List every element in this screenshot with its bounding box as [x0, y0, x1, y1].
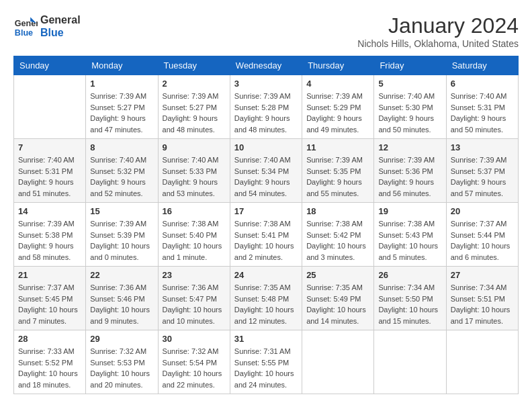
day-number: 3: [234, 79, 298, 89]
calendar-cell: 11Sunrise: 7:39 AMSunset: 5:35 PMDayligh…: [302, 139, 374, 203]
day-number: 8: [90, 142, 153, 152]
day-number: 7: [18, 142, 81, 152]
day-info: Sunrise: 7:35 AMSunset: 5:48 PMDaylight:…: [234, 282, 298, 326]
page-header: General Blue General Blue January 2024 N…: [13, 13, 519, 49]
day-info: Sunrise: 7:40 AMSunset: 5:32 PMDaylight:…: [90, 154, 153, 199]
day-number: 18: [306, 206, 369, 216]
calendar-cell: 16Sunrise: 7:38 AMSunset: 5:40 PMDayligh…: [158, 203, 230, 267]
logo: General Blue General Blue: [13, 13, 81, 39]
day-number: 19: [378, 206, 441, 216]
day-number: 30: [163, 334, 226, 344]
day-info: Sunrise: 7:40 AMSunset: 5:33 PMDaylight:…: [163, 154, 226, 199]
calendar-cell: 28Sunrise: 7:33 AMSunset: 5:52 PMDayligh…: [14, 330, 86, 394]
calendar-cell: 12Sunrise: 7:39 AMSunset: 5:36 PMDayligh…: [374, 139, 446, 203]
day-info: Sunrise: 7:39 AMSunset: 5:36 PMDaylight:…: [378, 154, 441, 199]
calendar-cell: 18Sunrise: 7:38 AMSunset: 5:42 PMDayligh…: [302, 203, 374, 267]
day-info: Sunrise: 7:40 AMSunset: 5:34 PMDaylight:…: [234, 154, 298, 199]
calendar-week-row: 14Sunrise: 7:39 AMSunset: 5:38 PMDayligh…: [14, 203, 519, 267]
day-number: 22: [90, 270, 153, 280]
day-number: 15: [90, 206, 153, 216]
calendar-cell: 26Sunrise: 7:34 AMSunset: 5:50 PMDayligh…: [374, 267, 446, 330]
weekday-header-friday: Friday: [374, 56, 446, 75]
day-info: Sunrise: 7:40 AMSunset: 5:31 PMDaylight:…: [18, 154, 81, 199]
calendar-cell: 23Sunrise: 7:36 AMSunset: 5:47 PMDayligh…: [158, 267, 230, 330]
calendar-cell: 19Sunrise: 7:38 AMSunset: 5:43 PMDayligh…: [374, 203, 446, 267]
calendar-cell: 22Sunrise: 7:36 AMSunset: 5:46 PMDayligh…: [86, 267, 158, 330]
weekday-header-sunday: Sunday: [14, 56, 86, 75]
day-info: Sunrise: 7:39 AMSunset: 5:37 PMDaylight:…: [451, 154, 514, 199]
month-title: January 2024: [357, 13, 519, 38]
weekday-header-wednesday: Wednesday: [230, 56, 302, 75]
weekday-header-thursday: Thursday: [302, 56, 374, 75]
calendar-cell: 31Sunrise: 7:31 AMSunset: 5:55 PMDayligh…: [230, 330, 302, 394]
calendar-table: SundayMondayTuesdayWednesdayThursdayFrid…: [13, 56, 519, 394]
day-info: Sunrise: 7:37 AMSunset: 5:44 PMDaylight:…: [451, 218, 514, 263]
calendar-cell: 29Sunrise: 7:32 AMSunset: 5:53 PMDayligh…: [86, 330, 158, 394]
day-info: Sunrise: 7:31 AMSunset: 5:55 PMDaylight:…: [234, 346, 298, 390]
day-info: Sunrise: 7:39 AMSunset: 5:28 PMDaylight:…: [234, 91, 298, 135]
calendar-cell: 13Sunrise: 7:39 AMSunset: 5:37 PMDayligh…: [446, 139, 518, 203]
svg-text:General: General: [15, 19, 38, 28]
day-info: Sunrise: 7:38 AMSunset: 5:43 PMDaylight:…: [378, 218, 441, 263]
weekday-header-row: SundayMondayTuesdayWednesdayThursdayFrid…: [14, 56, 519, 75]
day-number: 25: [306, 270, 369, 280]
calendar-cell: 21Sunrise: 7:37 AMSunset: 5:45 PMDayligh…: [14, 267, 86, 330]
calendar-cell: 20Sunrise: 7:37 AMSunset: 5:44 PMDayligh…: [446, 203, 518, 267]
logo-text-general: General: [40, 13, 81, 26]
calendar-cell: [14, 75, 86, 139]
day-number: 16: [163, 206, 226, 216]
day-info: Sunrise: 7:40 AMSunset: 5:31 PMDaylight:…: [451, 91, 514, 135]
calendar-cell: 27Sunrise: 7:34 AMSunset: 5:51 PMDayligh…: [446, 267, 518, 330]
day-info: Sunrise: 7:34 AMSunset: 5:51 PMDaylight:…: [451, 282, 514, 326]
day-info: Sunrise: 7:38 AMSunset: 5:42 PMDaylight:…: [306, 218, 369, 263]
day-info: Sunrise: 7:36 AMSunset: 5:47 PMDaylight:…: [163, 282, 226, 326]
day-number: 28: [18, 334, 81, 344]
calendar-cell: 3Sunrise: 7:39 AMSunset: 5:28 PMDaylight…: [230, 75, 302, 139]
day-info: Sunrise: 7:36 AMSunset: 5:46 PMDaylight:…: [90, 282, 153, 326]
day-number: 9: [163, 142, 226, 152]
day-info: Sunrise: 7:33 AMSunset: 5:52 PMDaylight:…: [18, 346, 81, 390]
calendar-cell: 8Sunrise: 7:40 AMSunset: 5:32 PMDaylight…: [86, 139, 158, 203]
day-number: 14: [18, 206, 81, 216]
day-number: 10: [234, 142, 298, 152]
calendar-cell: 15Sunrise: 7:39 AMSunset: 5:39 PMDayligh…: [86, 203, 158, 267]
day-number: 5: [378, 79, 441, 89]
day-number: 21: [18, 270, 81, 280]
day-number: 11: [306, 142, 369, 152]
day-number: 6: [451, 79, 514, 89]
calendar-cell: 1Sunrise: 7:39 AMSunset: 5:27 PMDaylight…: [86, 75, 158, 139]
calendar-week-row: 28Sunrise: 7:33 AMSunset: 5:52 PMDayligh…: [14, 330, 519, 394]
svg-text:Blue: Blue: [15, 28, 33, 38]
logo-text-blue: Blue: [40, 26, 81, 39]
day-number: 24: [234, 270, 298, 280]
calendar-cell: 10Sunrise: 7:40 AMSunset: 5:34 PMDayligh…: [230, 139, 302, 203]
day-info: Sunrise: 7:39 AMSunset: 5:38 PMDaylight:…: [18, 218, 81, 263]
calendar-cell: [302, 330, 374, 394]
day-number: 4: [306, 79, 369, 89]
day-info: Sunrise: 7:34 AMSunset: 5:50 PMDaylight:…: [378, 282, 441, 326]
calendar-cell: 9Sunrise: 7:40 AMSunset: 5:33 PMDaylight…: [158, 139, 230, 203]
location: Nichols Hills, Oklahoma, United States: [357, 38, 519, 49]
day-number: 23: [163, 270, 226, 280]
day-info: Sunrise: 7:39 AMSunset: 5:27 PMDaylight:…: [90, 91, 153, 135]
calendar-cell: 5Sunrise: 7:40 AMSunset: 5:30 PMDaylight…: [374, 75, 446, 139]
day-number: 26: [378, 270, 441, 280]
calendar-cell: 25Sunrise: 7:35 AMSunset: 5:49 PMDayligh…: [302, 267, 374, 330]
weekday-header-saturday: Saturday: [446, 56, 518, 75]
calendar-cell: 30Sunrise: 7:32 AMSunset: 5:54 PMDayligh…: [158, 330, 230, 394]
calendar-cell: 14Sunrise: 7:39 AMSunset: 5:38 PMDayligh…: [14, 203, 86, 267]
day-info: Sunrise: 7:39 AMSunset: 5:39 PMDaylight:…: [90, 218, 153, 263]
day-info: Sunrise: 7:39 AMSunset: 5:29 PMDaylight:…: [306, 91, 369, 135]
day-info: Sunrise: 7:39 AMSunset: 5:27 PMDaylight:…: [163, 91, 226, 135]
calendar-cell: 4Sunrise: 7:39 AMSunset: 5:29 PMDaylight…: [302, 75, 374, 139]
calendar-cell: 17Sunrise: 7:38 AMSunset: 5:41 PMDayligh…: [230, 203, 302, 267]
day-number: 12: [378, 142, 441, 152]
calendar-cell: 2Sunrise: 7:39 AMSunset: 5:27 PMDaylight…: [158, 75, 230, 139]
calendar-cell: [446, 330, 518, 394]
day-info: Sunrise: 7:38 AMSunset: 5:40 PMDaylight:…: [163, 218, 226, 263]
calendar-week-row: 21Sunrise: 7:37 AMSunset: 5:45 PMDayligh…: [14, 267, 519, 330]
day-number: 13: [451, 142, 514, 152]
day-number: 27: [451, 270, 514, 280]
day-number: 2: [163, 79, 226, 89]
day-number: 20: [451, 206, 514, 216]
